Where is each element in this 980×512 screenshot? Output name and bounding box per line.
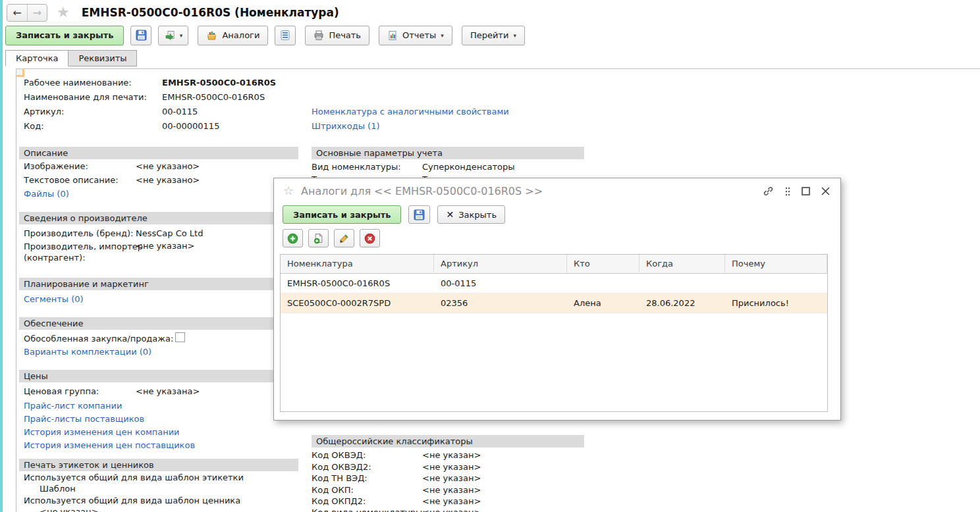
favorite-star-icon[interactable]: ★ [57,5,70,20]
table-cell[interactable]: EMHSR-0500C0-016R0S [281,274,434,294]
close-icon[interactable] [821,187,830,195]
segments-link[interactable]: Сегменты (0) [24,294,84,304]
form-corner-marker [16,68,24,77]
nomenclature-kind-label: Вид номенклатуры: [312,162,401,172]
main-toolbar: Записать и закрыть ▾ Аналоги Печать Отче… [5,25,525,45]
nomenclature-kind-value[interactable]: Суперконденсаторы [422,162,514,172]
add-row-button[interactable] [283,229,303,247]
forward-icon: → [33,7,41,19]
field-label: Рабочее наименование: [24,78,132,88]
column-header[interactable]: Артикул [434,255,567,274]
field-value[interactable]: 00-0115 [162,107,198,116]
field-label: Артикул: [24,107,64,116]
nav-history-group: ← → [7,4,47,22]
classifier-label: Код ОКВЭД2: [312,462,371,472]
dialog-save-close-label: Записать и закрыть [293,210,391,220]
supplier-pricelists-link[interactable]: Прайс-листы поставщиков [24,414,144,424]
classifier-value[interactable]: <не указан> [422,473,481,483]
column-header[interactable]: Почему [725,255,827,274]
list-view-button[interactable] [275,26,296,45]
reports-button[interactable]: Отчеты ▾ [379,26,452,45]
save-floppy-icon [414,209,425,220]
table-cell-selected[interactable]: SCE0500C0-0002R7SPD [281,294,434,313]
close-x-icon: ✕ [446,209,454,220]
company-pricelist-link[interactable]: Прайс-лист компании [24,401,122,411]
save-button[interactable] [130,26,151,45]
copy-dropdown-button[interactable]: ▾ [158,26,188,45]
field-value[interactable]: EMHSR-0500C0-016R0S [162,78,276,88]
price-group-value[interactable]: <не указана> [136,386,200,396]
list-icon [281,30,290,41]
supplier-price-history-link[interactable]: История изменения цен поставщиков [24,440,195,450]
dialog-window-controls [763,186,830,197]
tab-card[interactable]: Карточка [5,50,68,66]
back-button[interactable]: ← [7,5,27,21]
field-value[interactable]: EMHSR-0500C0-016R0S [162,92,265,102]
link-chain-icon[interactable] [763,186,774,197]
print-label: Печать [329,30,361,40]
analogs-table: Номенклатура Артикул Кто Когда Почему EM… [280,254,828,412]
separate-purchase-checkbox[interactable] [175,332,185,342]
table-cell[interactable]: 00-0115 [434,274,567,294]
kit-variants-link[interactable]: Варианты комплектации (0) [24,347,151,357]
delete-icon [364,233,375,244]
maximize-icon[interactable] [802,187,810,195]
forward-button[interactable]: → [27,5,47,21]
text-description-value[interactable]: <не указано> [136,175,200,185]
image-value[interactable]: <не указано> [136,161,200,171]
section-header-accounting: Основные параметры учета [312,147,584,159]
table-cell[interactable] [725,274,827,294]
save-close-button[interactable]: Записать и закрыть [5,26,124,45]
table-cell[interactable] [640,274,725,294]
page-title: EMHSR-0500C0-016R0S (Номенклатура) [82,6,339,19]
analogs-button[interactable]: Аналоги [198,26,268,45]
copy-icon [165,30,175,41]
dialog-save-close-button[interactable]: Записать и закрыть [283,205,401,224]
table-cell-selected[interactable]: 02356 [434,294,567,313]
brand-value[interactable]: NessCap Co Ltd [136,228,203,238]
print-button[interactable]: Печать [305,26,369,45]
column-header[interactable]: Номенклатура [281,255,434,274]
table-cell-selected[interactable]: Приснилось! [725,294,827,313]
edit-pencil-icon [339,233,350,244]
company-price-history-link[interactable]: История изменения цен компании [24,427,180,437]
dialog-toolbar: Записать и закрыть ✕ Закрыть [283,205,505,224]
table-cell[interactable] [567,274,640,294]
tab-requisites[interactable]: Реквизиты [68,50,137,66]
copy-row-button[interactable] [308,229,329,247]
column-header[interactable]: Когда [640,255,725,274]
classifier-value[interactable]: <не указан> [422,485,481,495]
dialog-close-button[interactable]: ✕ Закрыть [437,205,505,224]
classifier-value[interactable]: <не указан> [422,450,481,460]
classifier-label: Код ТН ВЭД: [312,473,368,483]
delete-row-button[interactable] [360,229,380,247]
field-value[interactable]: 00-00000115 [162,121,219,131]
importer-value[interactable]: <не указан> [136,241,194,251]
window-accent-stripe [0,0,3,512]
barcodes-link[interactable]: Штрихкоды (1) [312,121,379,131]
dialog-favorite-star-icon[interactable]: ☆ [283,184,294,197]
column-header[interactable]: Кто [567,255,640,274]
pricetag-template-value[interactable]: <не указан> [40,507,98,512]
pricetag-template-note: Используется общий для вида шаблон ценни… [24,496,240,505]
field-label: Наименование для печати: [24,92,147,102]
edit-row-button[interactable] [334,229,354,247]
analogs-label: Аналоги [222,30,259,40]
section-header-prices: Цены [19,370,298,382]
analog-properties-link[interactable]: Номенклатура с аналогичными свойствами [312,107,509,116]
table-cell-selected[interactable]: Алена [567,294,640,313]
section-header-supply: Обеспечение [19,317,298,330]
label-template-value[interactable]: Шаблон [40,484,76,494]
more-menu-icon[interactable] [785,187,790,196]
classifier-value[interactable]: <не указан> [422,496,481,506]
analogs-dialog: ☆ Аналоги для << EMHSR-0500C0-016R0S >> … [273,178,841,421]
add-icon [287,233,298,244]
dialog-save-button[interactable] [408,205,430,224]
classifier-value[interactable]: <не указан> [422,507,481,512]
table-cell-selected[interactable]: 28.06.2022 [640,294,725,313]
goto-button[interactable]: Перейти ▾ [462,26,525,45]
field-label: Код: [24,121,44,131]
files-link[interactable]: Файлы (0) [24,189,69,199]
classifier-value[interactable]: <не указан> [422,462,481,472]
back-icon: ← [13,7,21,19]
